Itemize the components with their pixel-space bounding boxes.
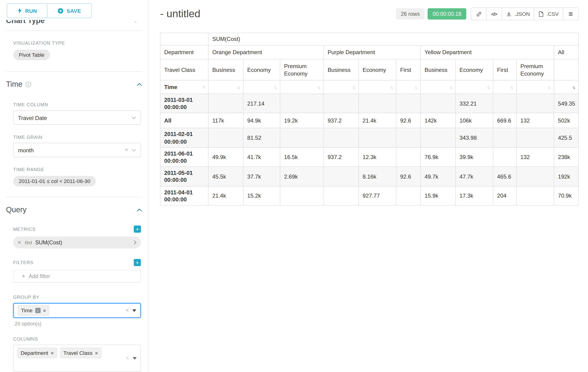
- value-cell: [396, 147, 421, 167]
- chevron-up-icon[interactable]: [137, 83, 142, 86]
- value-cell: [421, 128, 455, 147]
- chevron-right-icon[interactable]: [134, 240, 136, 244]
- remove-chip-icon[interactable]: ×: [43, 308, 46, 313]
- value-cell: 15.2k: [243, 186, 280, 205]
- more-options-button[interactable]: ≡: [563, 7, 579, 20]
- chevron-down-icon[interactable]: [132, 116, 136, 119]
- department-group-header: Orange Department: [208, 45, 324, 59]
- value-cell: 204: [493, 186, 516, 205]
- clear-icon[interactable]: ×: [125, 147, 128, 153]
- remove-chip-icon[interactable]: ×: [95, 350, 98, 356]
- value-cell: 12.3k: [359, 147, 396, 167]
- add-filter-dropzone[interactable]: + Add filter: [13, 270, 141, 283]
- value-cell: [359, 128, 396, 147]
- value-cell: 142k: [421, 113, 455, 128]
- sort-icon[interactable]: ↑↓: [572, 85, 575, 90]
- sort-column-header[interactable]: ↑↓: [324, 80, 359, 94]
- add-filter-button[interactable]: +: [134, 259, 141, 266]
- save-button[interactable]: SAVE: [47, 4, 91, 18]
- explore-view: RUN SAVE Chart Type ⌃ VISUALIZATION TYPE…: [0, 0, 588, 372]
- value-cell: 41.7k: [243, 147, 280, 167]
- sort-column-header[interactable]: ↑↓: [359, 80, 396, 94]
- sort-column-header[interactable]: ↑↓: [243, 80, 280, 94]
- group-by-chip[interactable]: Time i ×: [18, 305, 49, 316]
- sort-column-header[interactable]: ↑↓: [396, 80, 421, 94]
- time-column-select[interactable]: Travel Date: [13, 110, 141, 125]
- group-by-select[interactable]: Time i × ×: [13, 303, 141, 318]
- sort-icon[interactable]: ↑↓: [487, 85, 489, 90]
- chevron-up-icon[interactable]: [137, 208, 142, 211]
- sort-column-header[interactable]: ↑↓: [554, 80, 578, 94]
- department-group-header: All: [554, 45, 578, 59]
- sort-column-header[interactable]: ↑↓: [280, 80, 324, 94]
- sort-column-header[interactable]: ↑↓: [455, 80, 493, 94]
- value-cell: [324, 186, 359, 205]
- value-cell: 549.35: [554, 94, 578, 113]
- sort-column-header[interactable]: ↑↓: [208, 80, 243, 94]
- value-cell: 17.3k: [455, 186, 493, 205]
- sort-icon[interactable]: ↑↓: [414, 85, 417, 90]
- sort-icon[interactable]: ↑↓: [274, 85, 276, 90]
- query-section-title: Query: [6, 205, 27, 214]
- clear-icon[interactable]: ×: [126, 355, 129, 361]
- metric-header: SUM(Cost): [208, 33, 578, 45]
- file-icon: [538, 11, 544, 17]
- sort-icon[interactable]: ↑↓: [449, 85, 452, 90]
- columns-chip[interactable]: Travel Class ×: [60, 348, 101, 358]
- info-icon: i: [25, 82, 31, 87]
- sort-column-header[interactable]: ↑↓: [421, 80, 455, 94]
- sort-icon[interactable]: ↑↓: [237, 85, 239, 90]
- value-cell: [324, 128, 359, 147]
- chevron-down-icon[interactable]: [132, 149, 136, 151]
- value-cell: 927.77: [359, 186, 396, 205]
- metrics-label: METRICS: [13, 226, 36, 232]
- time-sort-header[interactable]: Time ↑↓: [160, 80, 208, 94]
- columns-chip-label: Department: [21, 350, 48, 356]
- chart-header: - untitled 26 rows 00:00:00.18 </>: [160, 7, 579, 20]
- travel-class-header: [554, 59, 578, 80]
- time-section-header[interactable]: Time i: [6, 80, 142, 89]
- remove-metric-icon[interactable]: ×: [18, 239, 21, 246]
- sort-icon[interactable]: ↑↓: [317, 85, 320, 90]
- value-cell: [208, 128, 243, 147]
- value-cell: 49.9k: [208, 147, 243, 167]
- link-icon: [476, 11, 482, 17]
- value-cell: 132: [516, 147, 554, 167]
- time-grain-select[interactable]: month ×: [13, 143, 141, 157]
- columns-chip[interactable]: Department ×: [17, 348, 57, 358]
- caret-down-icon[interactable]: [133, 357, 137, 360]
- remove-chip-icon[interactable]: ×: [51, 350, 53, 356]
- column-info-icon[interactable]: i: [35, 308, 41, 313]
- embed-code-button[interactable]: </>: [486, 7, 502, 20]
- sort-icon[interactable]: ↑↓: [548, 85, 550, 90]
- value-cell: 425.5: [554, 128, 578, 147]
- run-button[interactable]: RUN: [7, 4, 47, 18]
- chart-title[interactable]: - untitled: [160, 8, 200, 20]
- caret-down-icon[interactable]: [132, 309, 136, 312]
- visualization-type-value[interactable]: Pivot Table: [13, 50, 50, 60]
- sort-column-header[interactable]: ↑↓: [493, 80, 516, 94]
- value-cell: 19.2k: [280, 113, 324, 128]
- value-cell: 238k: [554, 147, 578, 167]
- export-csv-button[interactable]: .CSV: [534, 7, 563, 20]
- value-cell: 343.98: [455, 128, 493, 147]
- query-section-header[interactable]: Query: [6, 205, 142, 214]
- department-group-header: Yellow Department: [421, 45, 554, 59]
- sort-icon[interactable]: ↑↓: [510, 85, 513, 90]
- value-cell: 192k: [554, 167, 578, 186]
- sort-icon[interactable]: ↑↓: [352, 85, 355, 90]
- sort-column-header[interactable]: ↑↓: [516, 80, 554, 94]
- sort-icon[interactable]: ↑↓: [390, 85, 392, 90]
- columns-select[interactable]: Department × Travel Class × ×: [13, 345, 141, 372]
- chart-panel: - untitled 26 rows 00:00:00.18 </>: [148, 0, 588, 372]
- copy-link-button[interactable]: [471, 7, 487, 20]
- sort-icon[interactable]: ↑↓: [202, 84, 205, 90]
- add-metric-button[interactable]: +: [134, 225, 141, 233]
- value-cell: [208, 94, 243, 113]
- export-json-button[interactable]: .JSON: [502, 7, 534, 20]
- value-cell: 465.6: [493, 167, 516, 186]
- time-range-value[interactable]: 2011-01-01 ≤ col < 2011-06-30: [13, 176, 96, 186]
- travel-class-header: Economy: [243, 59, 280, 80]
- metric-item[interactable]: × ƒ(x) SUM(Cost): [13, 236, 141, 249]
- clear-icon[interactable]: ×: [125, 307, 129, 313]
